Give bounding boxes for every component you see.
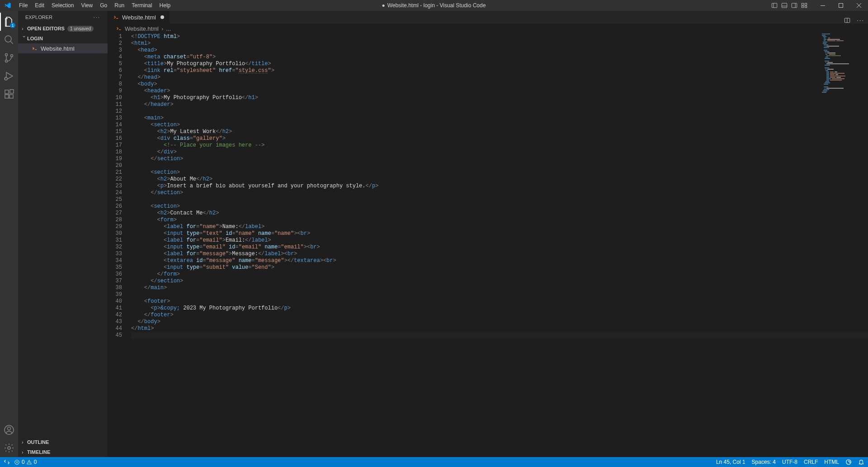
svg-rect-11 xyxy=(839,4,843,8)
window-title-text: Website.html - login - Visual Studio Cod… xyxy=(387,2,486,9)
activity-settings-icon[interactable] xyxy=(0,439,18,457)
breadcrumb[interactable]: Website.html › ... xyxy=(108,24,868,33)
menu-edit[interactable]: Edit xyxy=(31,0,48,11)
split-editor-icon[interactable] xyxy=(844,17,850,24)
chevron-right-icon: › xyxy=(22,449,27,455)
activity-search-icon[interactable] xyxy=(0,31,18,49)
encoding[interactable]: UTF-8 xyxy=(782,459,797,465)
svg-point-16 xyxy=(5,54,8,56)
errors-count[interactable]: 0 xyxy=(14,459,25,465)
outline-label: OUTLINE xyxy=(27,439,49,445)
window-title: Website.html - login - Visual Studio Cod… xyxy=(382,2,486,9)
svg-point-29 xyxy=(8,447,10,449)
editor-body[interactable]: 1234567891011121314151617181920212223242… xyxy=(108,33,868,457)
indentation[interactable]: Spaces: 4 xyxy=(752,459,776,465)
html-file-icon xyxy=(116,25,122,32)
code-content[interactable]: <!DOCTYPE html><html> <head> <meta chars… xyxy=(129,33,868,457)
chevron-right-icon: › xyxy=(22,26,27,31)
tab-modified-dot-icon xyxy=(160,15,164,19)
menu-view[interactable]: View xyxy=(77,0,96,11)
editor-tab[interactable]: Website.html xyxy=(108,11,170,24)
vscode-logo-icon xyxy=(0,2,15,9)
svg-rect-9 xyxy=(805,6,807,8)
title-bar: File Edit Selection View Go Run Terminal… xyxy=(0,0,868,11)
activity-bar: 1 xyxy=(0,11,18,457)
breadcrumb-file: Website.html xyxy=(125,25,159,32)
svg-rect-4 xyxy=(792,3,797,8)
sidebar: EXPLORER ··· › OPEN EDITORS 1 unsaved › … xyxy=(18,11,108,457)
folder-name: LOGIN xyxy=(27,36,43,41)
customize-layout-icon[interactable] xyxy=(799,0,809,11)
svg-point-28 xyxy=(8,427,11,430)
sidebar-header: EXPLORER ··· xyxy=(18,11,108,24)
notifications-icon[interactable] xyxy=(858,459,864,465)
file-name: Website.html xyxy=(41,45,75,52)
menu-selection[interactable]: Selection xyxy=(48,0,77,11)
menu-help[interactable]: Help xyxy=(156,0,175,11)
timeline-section[interactable]: › TIMELINE xyxy=(18,447,108,457)
menu-bar: File Edit Selection View Go Run Terminal… xyxy=(15,0,174,11)
toggle-primary-sidebar-icon[interactable] xyxy=(769,0,779,11)
activity-extensions-icon[interactable] xyxy=(0,85,18,103)
window-minimize-button[interactable] xyxy=(814,0,832,11)
status-bar: 0 0 Ln 45, Col 1 Spaces: 4 UTF-8 CRLF HT… xyxy=(0,457,868,467)
menu-go[interactable]: Go xyxy=(96,0,111,11)
unsaved-badge: 1 unsaved xyxy=(67,26,94,32)
sidebar-title: EXPLORER xyxy=(25,14,52,20)
open-editors-label: OPEN EDITORS xyxy=(27,26,65,31)
activity-run-debug-icon[interactable] xyxy=(0,67,18,85)
menu-terminal[interactable]: Terminal xyxy=(128,0,156,11)
window-close-button[interactable] xyxy=(850,0,868,11)
outline-section[interactable]: › OUTLINE xyxy=(18,437,108,447)
svg-rect-23 xyxy=(5,90,9,94)
warnings-count[interactable]: 0 xyxy=(26,459,37,465)
svg-rect-7 xyxy=(805,3,807,5)
window-maximize-button[interactable] xyxy=(832,0,850,11)
open-editors-section[interactable]: › OPEN EDITORS 1 unsaved xyxy=(18,24,108,33)
svg-line-15 xyxy=(10,41,13,44)
svg-rect-0 xyxy=(772,3,777,8)
svg-rect-24 xyxy=(5,95,9,98)
html-file-icon xyxy=(113,14,119,20)
sidebar-more-icon[interactable]: ··· xyxy=(94,14,100,20)
svg-rect-10 xyxy=(821,5,825,6)
svg-rect-25 xyxy=(9,95,13,98)
svg-point-18 xyxy=(11,55,13,57)
folder-section[interactable]: › LOGIN xyxy=(18,33,108,43)
breadcrumb-segment: ... xyxy=(166,25,171,32)
minimap[interactable] xyxy=(822,33,862,97)
menu-file[interactable]: File xyxy=(15,0,31,11)
file-tree-item[interactable]: Website.html xyxy=(18,43,108,53)
svg-rect-8 xyxy=(802,6,803,8)
svg-rect-26 xyxy=(10,90,14,93)
chevron-down-icon: › xyxy=(22,36,27,41)
svg-point-17 xyxy=(5,60,8,62)
menu-run[interactable]: Run xyxy=(111,0,128,11)
activity-source-control-icon[interactable] xyxy=(0,49,18,67)
modified-dot-icon xyxy=(382,5,385,7)
tab-label: Website.html xyxy=(122,14,156,21)
timeline-label: TIMELINE xyxy=(27,449,50,455)
html-file-icon xyxy=(32,45,38,52)
toggle-secondary-sidebar-icon[interactable] xyxy=(789,0,799,11)
activity-explorer-icon[interactable]: 1 xyxy=(0,13,18,31)
editor-area: Website.html ··· Website.html › ... 1234… xyxy=(108,11,868,457)
explorer-badge: 1 xyxy=(10,23,15,28)
language-mode[interactable]: HTML xyxy=(824,459,839,465)
remote-indicator[interactable] xyxy=(4,459,10,465)
chevron-right-icon: › xyxy=(22,439,27,445)
editor-more-icon[interactable]: ··· xyxy=(857,17,864,24)
activity-account-icon[interactable] xyxy=(0,421,18,439)
chevron-right-icon: › xyxy=(161,25,163,32)
cursor-position[interactable]: Ln 45, Col 1 xyxy=(716,459,745,465)
line-number-gutter: 1234567891011121314151617181920212223242… xyxy=(108,33,129,457)
svg-point-14 xyxy=(5,36,11,42)
eol[interactable]: CRLF xyxy=(804,459,818,465)
editor-tabs: Website.html ··· xyxy=(108,11,868,24)
svg-rect-2 xyxy=(782,3,787,8)
feedback-icon[interactable] xyxy=(845,459,852,465)
toggle-panel-icon[interactable] xyxy=(779,0,789,11)
svg-rect-6 xyxy=(802,3,803,5)
